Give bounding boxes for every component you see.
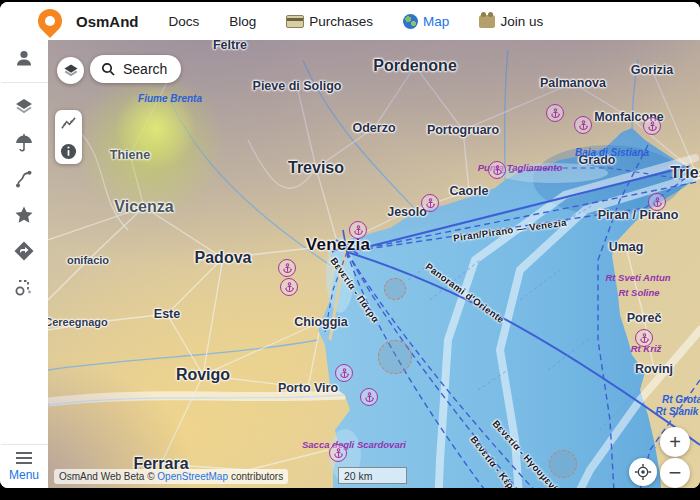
nav-item-map[interactable]: Map [403, 14, 449, 29]
scale-bar: 20 km [338, 467, 407, 484]
map-attribution: OsmAnd Web Beta © OpenStreetMap contribu… [54, 469, 288, 484]
nav-item-join-us[interactable]: Join us [479, 14, 543, 29]
sidebar-item-account[interactable] [0, 40, 48, 76]
openstreetmap-link[interactable]: OpenStreetMap [157, 471, 228, 482]
globe-icon [403, 14, 418, 29]
account-icon [13, 47, 35, 69]
directions-icon [13, 240, 35, 262]
po-river-glow [48, 395, 345, 402]
nav-item-purchases[interactable]: Purchases [286, 14, 373, 29]
sidebar-divider-bottom [1, 444, 48, 445]
zoom-out-button[interactable]: − [660, 458, 690, 488]
my-location-button[interactable] [629, 458, 657, 486]
zoom-in-button[interactable]: + [660, 427, 690, 457]
map-layers-button[interactable] [57, 57, 84, 84]
brand-title: OsmAnd [76, 13, 139, 30]
map-layers-icon [62, 62, 80, 80]
info-button[interactable] [55, 138, 82, 164]
umbrella-icon [13, 132, 35, 154]
sidebar-item-favorites[interactable] [0, 197, 48, 233]
sidebar-item-weather[interactable] [0, 125, 48, 161]
osmand-logo-icon[interactable] [33, 4, 67, 38]
map-base-layer [48, 40, 700, 488]
credit-card-icon [286, 15, 304, 28]
map-tools-panel [55, 110, 82, 164]
search-label: Search [123, 61, 167, 77]
star-icon [13, 204, 35, 226]
info-icon [60, 143, 77, 160]
nav-item-blog[interactable]: Blog [229, 14, 256, 29]
menu-label: Menu [9, 468, 39, 482]
sidebar-item-plan-route[interactable] [0, 269, 48, 305]
app-window: OsmAnd Docs Blog Purchases Map Join us [0, 2, 700, 488]
plan-route-icon [13, 276, 35, 298]
map-canvas[interactable]: FeltrePieve di SoligoPordenoneOderzoPort… [48, 40, 700, 488]
terrain-chart-button[interactable] [55, 110, 82, 136]
sidebar-menu-button[interactable]: Menu [9, 451, 39, 488]
sidebar-divider [1, 82, 48, 83]
elevation-profile-icon [60, 116, 77, 131]
nav-item-docs[interactable]: Docs [169, 14, 200, 29]
crosshair-icon [634, 463, 652, 481]
top-navbar: OsmAnd Docs Blog Purchases Map Join us [0, 2, 700, 40]
sidebar-item-tracks[interactable] [0, 161, 48, 197]
hamburger-icon [15, 451, 33, 465]
search-icon [100, 61, 116, 77]
track-route-icon [13, 168, 35, 190]
sidebar-item-navigation[interactable] [0, 233, 48, 269]
grado-lagoon [498, 163, 608, 183]
search-button[interactable]: Search [90, 55, 181, 83]
layers-icon [13, 96, 35, 118]
sidebar-item-layers[interactable] [0, 89, 48, 125]
people-icon [479, 15, 495, 28]
left-sidebar: Menu [0, 40, 48, 488]
